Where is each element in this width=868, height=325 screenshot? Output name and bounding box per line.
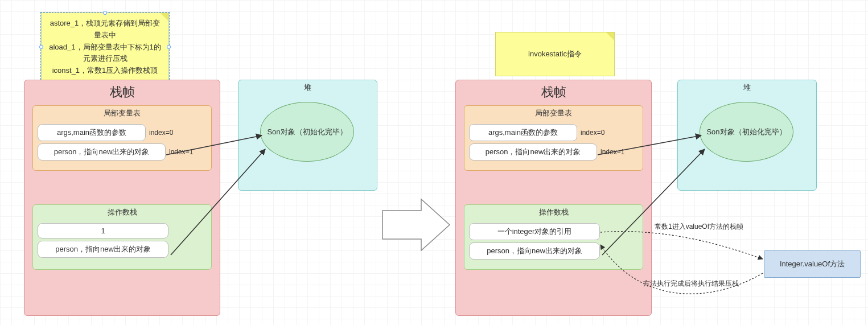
bluebox-label: Integer.valueOf方法 (780, 259, 845, 269)
opstack-title: 操作数栈 (33, 206, 211, 221)
locals-index: index=0 (149, 129, 173, 137)
opstack-cell: person，指向new出来的对象 (38, 241, 168, 258)
heap-title: 堆 (678, 80, 816, 95)
annotation-bottom: 方法执行完成后将执行结果压栈 (643, 279, 739, 289)
locals-index: index=0 (581, 129, 604, 137)
heap-object-left[interactable]: Son对象（初始化完毕） (260, 102, 354, 162)
heap-object-right[interactable]: Son对象（初始化完毕） (700, 102, 793, 162)
opstack-box-left[interactable]: 操作数栈 1 person，指向new出来的对象 (32, 204, 212, 270)
stack-frame-right[interactable]: 栈帧 局部变量表 args,main函数的参数 index=0 person，指… (455, 80, 652, 316)
heap-object-label: Son对象（初始化完毕） (267, 127, 347, 137)
opstack-cell: 1 (38, 223, 168, 238)
heap-right[interactable]: 堆 Son对象（初始化完毕） (677, 80, 817, 191)
opstack-cell-integer: 一个integer对象的引用 (469, 223, 600, 240)
locals-box-left[interactable]: 局部变量表 args,main函数的参数 index=0 person，指向ne… (32, 105, 212, 171)
opstack-box-right[interactable]: 操作数栈 一个integer对象的引用 person，指向new出来的对象 (464, 204, 643, 270)
locals-index: index=1 (600, 148, 624, 156)
heap-object-label: Son对象（初始化完毕） (706, 127, 786, 137)
locals-cell: args,main函数的参数 (38, 124, 146, 141)
locals-cell: person，指向new出来的对象 (38, 143, 166, 161)
locals-title: 局部变量表 (464, 107, 643, 122)
frame-title: 栈帧 (24, 80, 220, 103)
big-arrow-icon (382, 199, 450, 250)
stack-frame-left[interactable]: 栈帧 局部变量表 args,main函数的参数 index=0 person，指… (24, 80, 220, 316)
note-line: aload_1，局部变量表中下标为1的元素进行压栈 (48, 42, 162, 65)
annotation-top: 常数1进入valueOf方法的栈帧 (655, 222, 743, 232)
locals-cell: args,main函数的参数 (469, 124, 577, 141)
locals-cell: person，指向new出来的对象 (469, 143, 597, 161)
integer-valueof-box[interactable]: Integer.valueOf方法 (764, 250, 861, 278)
locals-box-right[interactable]: 局部变量表 args,main函数的参数 index=0 person，指向ne… (464, 105, 643, 171)
note-line: iconst_1，常数1压入操作数栈顶 (48, 65, 162, 77)
opstack-title: 操作数栈 (464, 206, 643, 221)
heap-left[interactable]: 堆 Son对象（初始化完毕） (238, 80, 377, 191)
heap-title: 堆 (238, 80, 377, 95)
frame-title: 栈帧 (456, 80, 651, 103)
note-left[interactable]: astore_1，栈顶元素存储到局部变量表中 aload_1，局部变量表中下标为… (41, 13, 169, 82)
opstack-cell: person，指向new出来的对象 (469, 242, 600, 260)
locals-title: 局部变量表 (33, 107, 211, 122)
note-text: invokestatic指令 (528, 48, 582, 60)
note-line: astore_1，栈顶元素存储到局部变量表中 (48, 18, 162, 42)
locals-index: index=1 (169, 148, 193, 156)
note-right[interactable]: invokestatic指令 (495, 32, 615, 76)
